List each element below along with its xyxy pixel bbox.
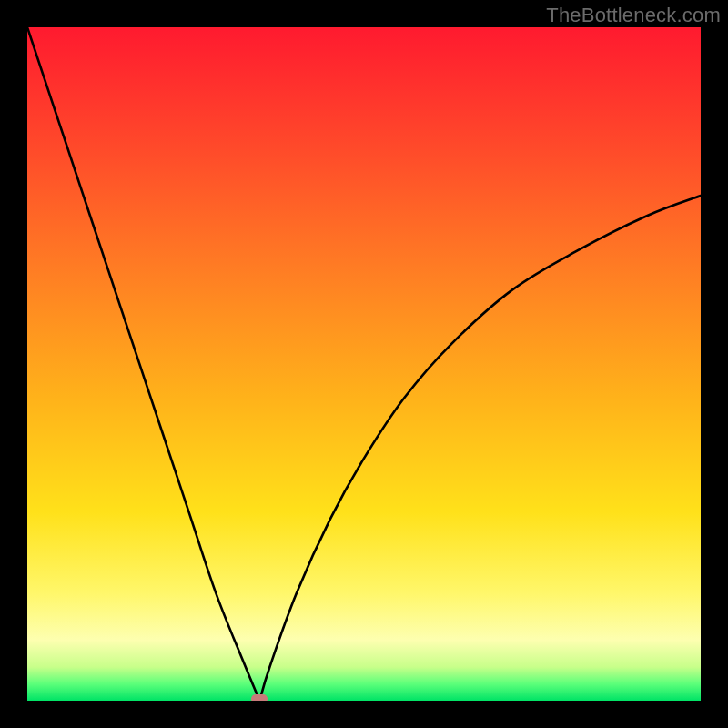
bottleneck-curve: [27, 27, 701, 701]
chart-frame: TheBottleneck.com: [0, 0, 728, 728]
plot-area: [27, 27, 701, 701]
curve-path: [27, 27, 701, 701]
minimum-marker: [251, 694, 268, 701]
watermark-text: TheBottleneck.com: [546, 4, 721, 27]
